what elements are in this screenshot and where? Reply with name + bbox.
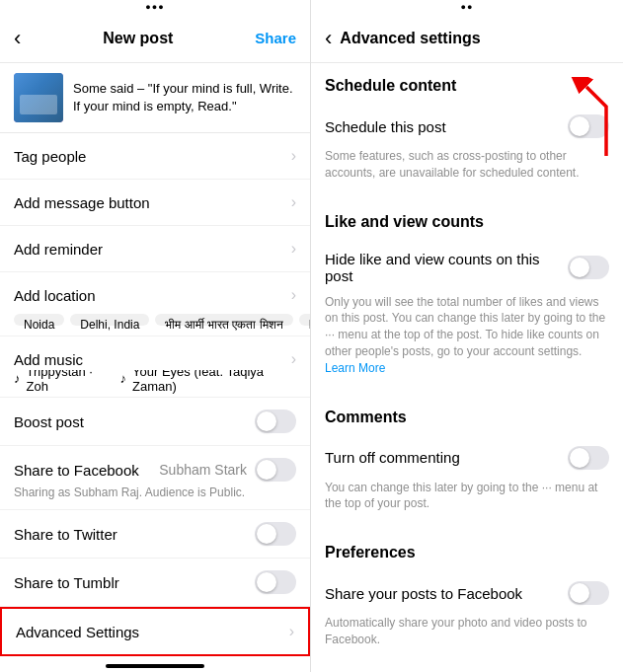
boost-post-toggle[interactable] [255,410,296,433]
advanced-settings-label: Advanced Settings [16,624,139,640]
left-panel: ●●● ‹ New post Share Some said – "If you… [0,0,311,672]
comments-title: Comments [311,395,623,436]
schedule-post-label: Schedule this post [325,118,568,135]
right-panel: ●● ‹ Advanced settings Schedule content … [311,0,623,672]
status-bar-left: ●●● [0,0,310,14]
turn-off-commenting-label: Turn off commenting [325,449,568,466]
share-facebook-toggle[interactable] [255,458,296,482]
like-view-title: Like and view counts [311,199,623,241]
boost-post-label: Boost post [14,413,84,430]
hide-like-view-label: Hide like and view counts on this post [325,251,568,284]
music-track-1-label: Trippystan · Zoh [27,370,111,393]
chevron-right-icon: › [291,193,296,211]
add-location-label: Add location [14,287,96,304]
chevron-right-icon: › [291,286,296,304]
music-note-icon: ♪ [120,371,127,386]
share-twitter-toggle[interactable] [255,522,296,546]
signal-icon: ●●● [145,2,164,12]
schedule-content-title: Schedule content [311,63,623,105]
add-music-row[interactable]: Add music › [0,336,310,370]
share-twitter-row: Share to Twitter [0,510,310,559]
add-location-row[interactable]: Add location › [0,272,310,308]
share-tumblr-toggle[interactable] [255,570,296,594]
location-tag-mumbai[interactable]: Mumb... [299,314,310,326]
share-facebook-row: Share to Facebook Subham Stark [0,446,310,485]
back-button-right[interactable]: ‹ [325,26,332,51]
location-tag-delhi[interactable]: Delhi, India [70,314,149,326]
turn-off-commenting-desc: You can change this later by going to th… [311,480,623,523]
advanced-settings-title: Advanced settings [340,30,480,47]
turn-off-commenting-row: Turn off commenting [311,436,623,480]
hide-like-view-desc: Only you will see the total number of li… [311,294,623,387]
share-tumblr-row: Share to Tumblr [0,559,310,607]
back-button[interactable]: ‹ [14,26,21,51]
share-facebook-right: Subham Stark [159,458,296,482]
learn-more-link[interactable]: Learn More [325,361,385,375]
schedule-post-row: Schedule this post [311,105,623,148]
add-reminder-label: Add reminder [14,241,103,258]
share-tumblr-label: Share to Tumblr [14,574,119,591]
chevron-right-icon: › [289,623,294,640]
schedule-post-toggle[interactable] [568,114,609,138]
thumbnail-image [14,73,63,122]
share-twitter-label: Share to Twitter [14,526,117,543]
add-reminder-row[interactable]: Add reminder › [0,226,310,272]
share-facebook-value: Subham Stark [159,462,247,478]
location-tag-bhim[interactable]: भीम आर्मी भारत एकता मिशन [155,314,292,326]
music-note-icon: ♪ [14,371,21,386]
share-facebook-label: Share to Facebook [14,462,139,479]
boost-post-row: Boost post [0,398,310,446]
chevron-right-icon: › [291,147,296,165]
home-indicator [0,656,310,672]
location-tag-noida[interactable]: Noida [14,314,64,326]
add-message-label: Add message button [14,194,150,211]
preferences-title: Preferences [311,530,623,571]
share-button[interactable]: Share [255,30,296,46]
home-bar [106,664,204,668]
like-view-section: Like and view counts Hide like and view … [311,199,623,387]
post-caption: Some said – "If your mind is full, Write… [73,80,296,115]
share-posts-facebook-row: Share your posts to Facebook [311,571,623,615]
turn-off-commenting-toggle[interactable] [568,446,609,470]
music-track-2: ♪ Your Eyes (feat. Taqiya Zaman) [120,370,296,387]
hide-like-view-row: Hide like and view counts on this post [311,241,623,294]
comments-section: Comments Turn off commenting You can cha… [311,395,623,523]
tag-people-row[interactable]: Tag people › [0,133,310,180]
share-posts-facebook-toggle[interactable] [568,581,609,605]
page-title: New post [103,30,173,47]
preferences-section: Preferences Share your posts to Facebook… [311,530,623,658]
post-thumbnail [14,73,63,122]
music-tracks: ♪ Trippystan · Zoh ♪ Your Eyes (feat. Ta… [0,370,310,398]
post-preview: Some said – "If your mind is full, Write… [0,63,310,133]
location-tags-container: Noida Delhi, India भीम आर्मी भारत एकता म… [0,308,310,336]
advanced-settings-row[interactable]: Advanced Settings › [0,607,310,656]
music-track-2-label: Your Eyes (feat. Taqiya Zaman) [132,370,296,393]
schedule-content-section: Schedule content Schedule this post Some… [311,63,623,191]
chevron-right-icon: › [291,350,296,368]
music-track-1: ♪ Trippystan · Zoh [14,370,111,387]
add-message-row[interactable]: Add message button › [0,180,310,226]
schedule-post-desc: Some features, such as cross-posting to … [311,148,623,191]
new-post-header: ‹ New post Share [0,14,310,63]
tag-people-label: Tag people [14,148,86,165]
facebook-audience-row[interactable]: Facebook audience Friends › [311,658,623,672]
hide-like-view-toggle[interactable] [568,256,609,279]
advanced-settings-header: ‹ Advanced settings [311,14,623,63]
status-bar-right: ●● [311,0,623,14]
share-sub-text: Sharing as Subham Raj. Audience is Publi… [0,485,310,510]
signal-icon-right: ●● [461,2,474,12]
share-posts-facebook-label: Share your posts to Facebook [325,585,568,602]
add-music-label: Add music [14,351,83,368]
share-posts-facebook-desc: Automatically share your photo and video… [311,615,623,658]
chevron-right-icon: › [291,240,296,258]
